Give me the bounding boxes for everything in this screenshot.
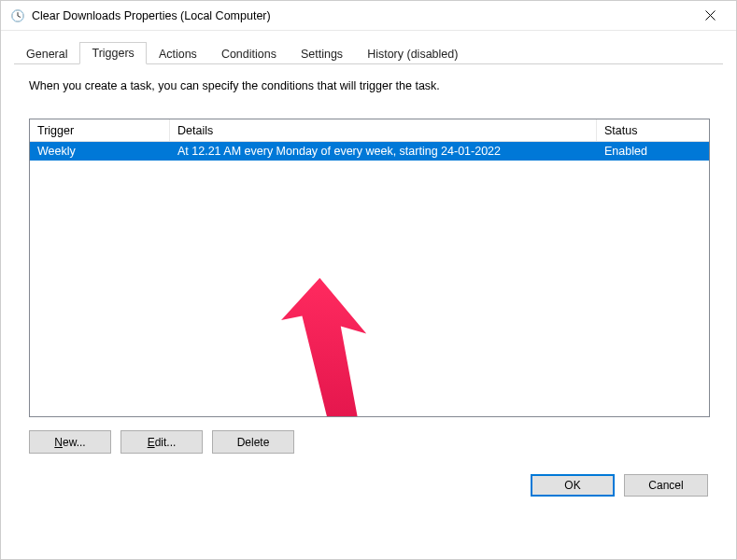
edit-button[interactable]: Edit... xyxy=(120,430,203,454)
close-icon xyxy=(705,10,716,21)
titlebar: Clear Downloads Properties (Local Comput… xyxy=(1,1,736,31)
clock-icon xyxy=(10,8,25,23)
column-header-details[interactable]: Details xyxy=(170,119,597,141)
tab-body: When you create a task, you can specify … xyxy=(14,64,723,467)
ok-button[interactable]: OK xyxy=(531,474,615,497)
tab-settings[interactable]: Settings xyxy=(289,43,355,64)
delete-button[interactable]: Delete xyxy=(212,430,294,454)
close-button[interactable] xyxy=(689,3,730,29)
window-title: Clear Downloads Properties (Local Comput… xyxy=(32,9,689,22)
cancel-button[interactable]: Cancel xyxy=(624,474,708,497)
triggers-list-header: Trigger Details Status xyxy=(30,119,709,142)
cell-status: Enabled xyxy=(597,142,709,161)
column-header-trigger[interactable]: Trigger xyxy=(30,119,170,141)
tab-actions[interactable]: Actions xyxy=(147,43,209,64)
table-row[interactable]: Weekly At 12.21 AM every Monday of every… xyxy=(30,142,709,161)
svg-marker-6 xyxy=(273,278,374,417)
annotation-arrow-icon xyxy=(263,278,385,417)
tab-history[interactable]: History (disabled) xyxy=(355,43,470,64)
cell-details: At 12.21 AM every Monday of every week, … xyxy=(170,142,597,161)
triggers-list: Trigger Details Status Weekly At 12.21 A… xyxy=(29,119,710,417)
new-button[interactable]: New... xyxy=(29,430,111,454)
tab-triggers[interactable]: Triggers xyxy=(79,42,146,64)
cell-trigger: Weekly xyxy=(30,142,170,161)
dialog-footer: OK Cancel xyxy=(14,467,723,497)
column-header-status[interactable]: Status xyxy=(597,119,709,141)
button-row: New... Edit... Delete xyxy=(29,430,710,454)
tab-general[interactable]: General xyxy=(14,43,79,64)
tab-conditions[interactable]: Conditions xyxy=(209,43,289,64)
intro-text: When you create a task, you can specify … xyxy=(29,79,710,92)
tabstrip: General Triggers Actions Conditions Sett… xyxy=(14,42,723,64)
dialog-content: General Triggers Actions Conditions Sett… xyxy=(1,31,736,508)
